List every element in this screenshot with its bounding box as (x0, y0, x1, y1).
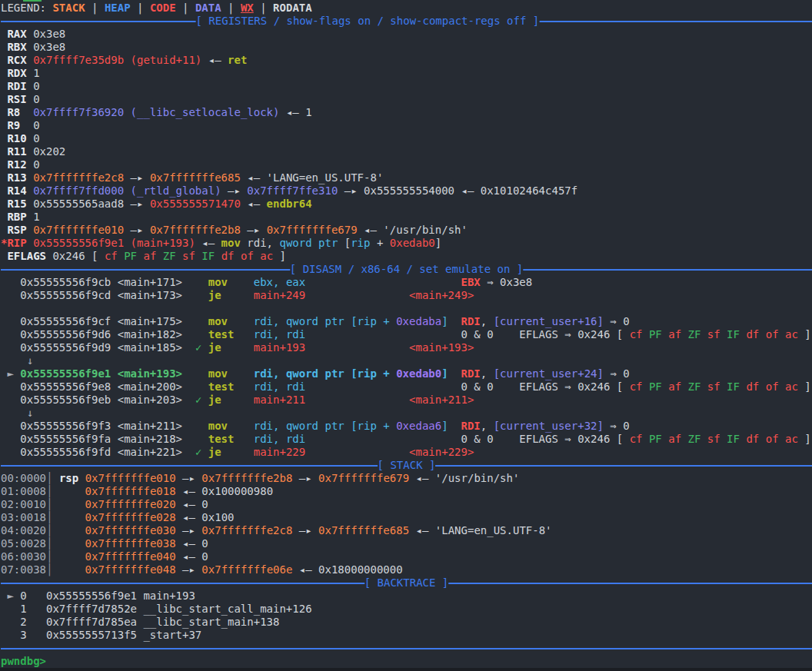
disasm-section-header: [ DISASM / x86-64 / set emulate on ] (1, 263, 812, 276)
terminal-line: R8 0x7ffff7f36920 (__libc_setlocale_lock… (1, 106, 812, 119)
registers-section-header: [ REGISTERS / show-flags on / show-compa… (1, 15, 812, 28)
terminal-line: R11 0x202 (1, 145, 812, 158)
backtrace-section-title: [ BACKTRACE ] (364, 576, 449, 590)
terminal-line: *RIP 0x55555556f9e1 (main+193) ◂— mov rd… (1, 237, 812, 250)
prompt-line: pwndbg> (1, 655, 812, 668)
terminal-line: 00:0000│ rsp 0x7fffffffe010 —▸ 0x7ffffff… (1, 472, 812, 485)
terminal-line: R14 0x7ffff7ffd000 (_rtld_global) —▸ 0x7… (1, 184, 812, 198)
terminal-line: RSP 0x7fffffffe010 —▸ 0x7fffffffe2b8 —▸ … (1, 224, 812, 237)
terminal-line: RCX 0x7ffff7e35d9b (getuid+11) ◂— ret (1, 54, 812, 67)
terminal-line: ↓ (1, 407, 812, 420)
terminal-screen[interactable]: LEGEND: STACK | HEAP | CODE | DATA | WX … (0, 0, 812, 671)
terminal-line: 0x55555556f9eb <main+203> ✓ je main+211 … (1, 394, 812, 407)
terminal-line: R15 0x55555565aad8 —▸ 0x555555571470 ◂— … (1, 198, 812, 211)
terminal-line: 0x55555556f9cd <main+173> je main+249 <m… (1, 289, 812, 302)
terminal-line: ► 0x55555556f9e1 <main+193> mov rdi, qwo… (1, 367, 812, 380)
terminal-line: 3 0x5555555713f5 _start+37 (1, 629, 812, 642)
stack-section-title: [ STACK ] (378, 459, 436, 472)
terminal-line: LEGEND: STACK | HEAP | CODE | DATA | WX … (1, 2, 812, 15)
terminal-line: 0x55555556f9f3 <main+211> mov rdi, qword… (1, 420, 812, 433)
terminal-line: 06:0030│ 0x7fffffffe040 ◂— 0 (1, 550, 812, 563)
registers-pane: RAX 0x3e8 RBX 0x3e8 RCX 0x7ffff7e35d9b (… (1, 28, 812, 263)
terminal-line (1, 302, 812, 315)
disasm-section-title: [ DISASM / x86-64 / set emulate on ] (290, 263, 523, 276)
terminal-line: 07:0038│ 0x7fffffffe048 —▸ 0x7fffffffe06… (1, 563, 812, 576)
disasm-pane: 0x55555556f9cb <main+171> mov ebx, eax E… (1, 276, 812, 459)
command-input[interactable] (46, 655, 354, 668)
bottom-separator (1, 642, 812, 655)
terminal-line: 01:0008│ 0x7fffffffe018 ◂— 0x100000980 (1, 485, 812, 498)
prompt-label: pwndbg> (1, 655, 46, 667)
terminal-line: 0x55555556f9fa <main+218> test rdi, rdi … (1, 433, 812, 446)
terminal-line: 0x55555556f9fd <main+221> ✓ je main+229 … (1, 446, 812, 459)
stack-pane: 00:0000│ rsp 0x7fffffffe010 —▸ 0x7ffffff… (1, 472, 812, 576)
backtrace-section-header: [ BACKTRACE ] (1, 576, 812, 590)
terminal-line: 0x55555556f9d6 <main+182> test rdi, rdi … (1, 328, 812, 341)
terminal-line: 02:0010│ 0x7fffffffe020 ◂— 0 (1, 498, 812, 511)
terminal-line: RDX 1 (1, 67, 812, 80)
terminal-line: RSI 0 (1, 93, 812, 106)
terminal-line: RBP 1 (1, 211, 812, 224)
terminal-line: ↓ (1, 354, 812, 367)
terminal-line: R13 0x7fffffffe2c8 —▸ 0x7fffffffe685 ◂— … (1, 171, 812, 184)
terminal-line: 04:0020│ 0x7fffffffe030 —▸ 0x7fffffffe2c… (1, 524, 812, 537)
clipped-previous-output (23, 0, 42, 2)
terminal-line: EFLAGS 0x246 [ cf PF af ZF sf IF df of a… (1, 250, 812, 263)
terminal-line: 05:0028│ 0x7fffffffe038 ◂— 0 (1, 537, 812, 550)
terminal-line: 1 0x7ffff7d7852e __libc_start_call_main+… (1, 603, 812, 616)
terminal-line: 0x55555556f9d9 <main+185> ✓ je main+193 … (1, 341, 812, 354)
terminal-line: 0x55555556f9e8 <main+200> test rdi, rdi … (1, 380, 812, 394)
terminal-line: 0x55555556f9cf <main+175> mov rdi, qword… (1, 315, 812, 328)
terminal-line: 03:0018│ 0x7fffffffe028 ◂— 0x100 (1, 511, 812, 524)
terminal-line: RDI 0 (1, 80, 812, 93)
terminal-line: 2 0x7ffff7d785ea __libc_start_main+138 (1, 616, 812, 629)
registers-section-title: [ REGISTERS / show-flags on / show-compa… (195, 15, 539, 28)
terminal-line: R9 0 (1, 119, 812, 132)
terminal-line: R12 0 (1, 158, 812, 171)
terminal-line: RAX 0x3e8 (1, 28, 812, 41)
terminal-line: ► 0 0x55555556f9e1 main+193 (1, 590, 812, 603)
terminal-line: R10 0 (1, 132, 812, 145)
terminal-line: RBX 0x3e8 (1, 41, 812, 54)
backtrace-pane: ► 0 0x55555556f9e1 main+193 1 0x7ffff7d7… (1, 590, 812, 642)
bottom-strip (0, 668, 812, 671)
separator-line (1, 648, 812, 649)
terminal-line: 0x55555556f9cb <main+171> mov ebx, eax E… (1, 276, 812, 289)
legend-line: LEGEND: STACK | HEAP | CODE | DATA | WX … (1, 2, 812, 15)
stack-section-header: [ STACK ] (1, 459, 812, 472)
